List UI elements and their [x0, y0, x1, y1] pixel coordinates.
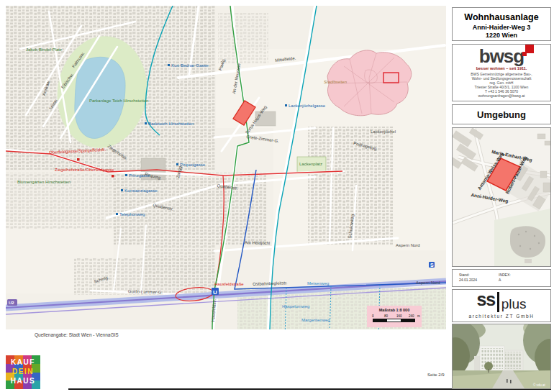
- ssplus-logo-bar: [497, 292, 499, 312]
- ssplus-logo-ss: ss: [476, 292, 495, 306]
- ssplus-logo: ss plus: [453, 292, 550, 312]
- page-number: Seite 2/9: [427, 373, 445, 377]
- kdh-word: KAUF: [6, 359, 40, 366]
- building-rendering: © vdu.at: [452, 324, 551, 389]
- main-map-canvas: U2 U S: [6, 6, 446, 329]
- kdh-word: DEIN: [6, 368, 40, 375]
- scale-bar: 0 80 160 240 m: [373, 314, 416, 323]
- ssplus-logo-plus: plus: [501, 298, 527, 310]
- scale-tick: 80: [384, 314, 388, 318]
- scale-tick: 240: [409, 314, 414, 318]
- project-title: Wohnhausanlage: [453, 12, 550, 22]
- sbahn-icon: S: [429, 262, 435, 268]
- kaufdeinhaus-logo[interactable]: KAUF DEIN HAUS: [6, 355, 40, 389]
- bwsg-logo-square-icon: [522, 52, 527, 56]
- project-title-box: Wohnhausanlage Anni-Haider-Weg 3 1220 Wi…: [452, 7, 551, 41]
- kdh-word: HAUS: [6, 378, 40, 385]
- plan-sheet: U2 U S Mittelfelde.Pawlg.An der Neurisse…: [0, 0, 554, 392]
- ubahn-icon: U: [212, 288, 219, 296]
- umgebung-map-canvas: [453, 128, 550, 266]
- index-value: A: [499, 278, 501, 282]
- u2-badge: U2: [7, 299, 17, 306]
- green-square: [297, 157, 326, 173]
- umgebung-map-box[interactable]: Maria-Emhart-WegAntonia-Weiss-WegRobert-…: [452, 127, 551, 267]
- umgebung-heading-box: Umgebung: [452, 104, 551, 124]
- bwsg-logo: bwsg: [479, 47, 524, 65]
- architect-box: ss plus architektur ZT GmbH: [452, 289, 551, 322]
- project-city: 1220 Wien: [453, 32, 550, 39]
- bwsg-email[interactable]: wohnungsanfragen@bwsg.at: [453, 94, 550, 98]
- svg-text:S: S: [430, 263, 434, 268]
- stand-value: 24.01.2024: [459, 278, 477, 282]
- scale-tick: 160: [396, 314, 402, 318]
- scale-title: Maßstab 1:8 000: [367, 308, 422, 312]
- render-credit: © vdu.at: [533, 383, 546, 387]
- scale-unit: m: [417, 314, 420, 318]
- project-address: Anni-Haider-Weg 3: [453, 24, 550, 31]
- svg-text:U: U: [213, 289, 217, 296]
- map-source-note: Quellenangabe: Stadt Wien - ViennaGIS: [35, 332, 119, 337]
- scale-legend: Maßstab 1:8 000 0 80 160 240 m: [367, 306, 422, 327]
- umgebung-heading: Umgebung: [453, 109, 550, 120]
- main-map[interactable]: U2 U S Mittelfelde.Pawlg.An der Neurisse…: [6, 6, 446, 329]
- svg-text:U2: U2: [9, 301, 14, 305]
- index-label: INDEX:: [499, 273, 511, 277]
- bwsg-company-box: bwsg besser wohnen – seit 1911. BWS Geme…: [452, 44, 551, 101]
- scale-tick: 0: [372, 314, 374, 318]
- architect-name: architektur ZT GmbH: [453, 314, 550, 319]
- stand-index-box: Stand: 24.01.2024 INDEX: A: [452, 269, 551, 287]
- stand-label: Stand:: [459, 273, 469, 277]
